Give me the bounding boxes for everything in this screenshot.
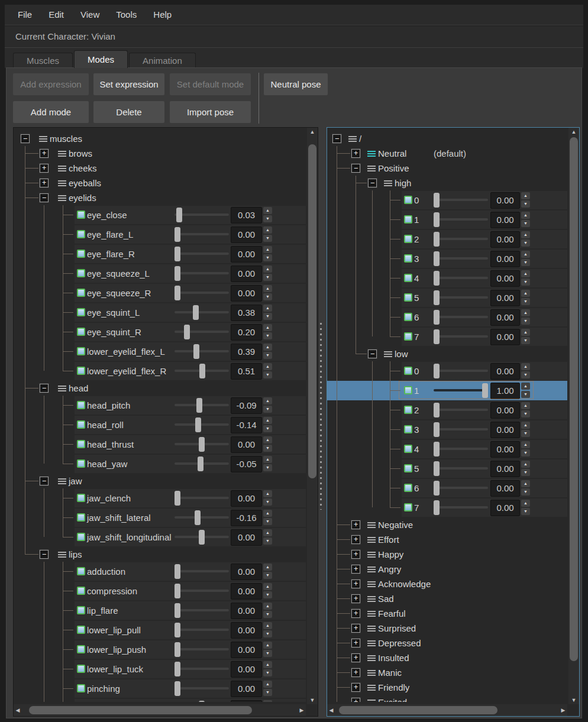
slider-handle[interactable] (434, 442, 440, 456)
muscle-checkbox[interactable] (77, 401, 85, 409)
spin-down-icon[interactable]: ▼ (263, 293, 272, 300)
item-handle-icon[interactable] (58, 180, 66, 186)
item-handle-icon[interactable] (367, 522, 376, 528)
muscle-checkbox[interactable] (77, 626, 85, 634)
item-handle-icon[interactable] (367, 552, 376, 558)
tree-value-row[interactable]: compression0.00▲▼ (14, 581, 306, 601)
tree-value-row[interactable]: adduction0.00▲▼ (14, 562, 306, 581)
value-slider[interactable] (434, 481, 488, 496)
muscle-checkbox[interactable] (404, 254, 412, 263)
tree-value-row[interactable]: 00.00▲▼ (327, 361, 567, 381)
muscle-checkbox[interactable] (77, 587, 85, 595)
value-slider[interactable] (175, 456, 229, 471)
spin-down-icon[interactable]: ▼ (263, 518, 272, 525)
slider-handle[interactable] (198, 456, 203, 471)
spin-down-icon[interactable]: ▼ (263, 669, 272, 676)
item-handle-icon[interactable] (367, 537, 376, 543)
item-handle-icon[interactable] (39, 136, 47, 142)
value-slider[interactable] (434, 403, 488, 417)
value-slider[interactable] (175, 398, 229, 413)
value-spinbox[interactable]: 0.00 (490, 329, 520, 345)
tree-value-row[interactable]: head_roll-0.14▲▼ (14, 415, 306, 435)
value-slider[interactable] (175, 701, 229, 702)
value-slider[interactable] (175, 584, 229, 598)
value-spinbox[interactable]: 0.00 (231, 246, 262, 263)
tree-value-row[interactable]: eye_squint_R0.20▲▼ (14, 322, 306, 342)
spin-up-icon[interactable]: ▲ (263, 642, 272, 649)
tree-group-row[interactable]: +Fearful (327, 606, 567, 621)
value-spinbox[interactable]: 0.03 (231, 207, 262, 224)
delete-button[interactable]: Delete (93, 101, 164, 123)
value-spinbox[interactable]: 0.00 (490, 402, 520, 419)
slider-handle[interactable] (434, 461, 440, 476)
slider-handle[interactable] (175, 623, 180, 637)
muscle-checkbox[interactable] (404, 235, 412, 243)
slider-handle[interactable] (196, 398, 202, 413)
item-handle-icon[interactable] (367, 611, 376, 617)
tree-value-row[interactable]: 20.00▲▼ (327, 229, 567, 249)
item-handle-icon[interactable] (367, 596, 376, 602)
value-slider[interactable] (175, 681, 229, 696)
value-spinbox[interactable]: 0.00 (231, 642, 262, 658)
spin-up-icon[interactable]: ▲ (263, 397, 272, 404)
item-handle-icon[interactable] (58, 552, 66, 558)
spin-up-icon[interactable]: ▲ (521, 251, 530, 258)
menu-edit[interactable]: Edit (40, 5, 72, 24)
collapse-icon[interactable]: − (40, 384, 49, 393)
value-spinbox[interactable]: 0.00 (490, 231, 520, 248)
expand-icon[interactable]: + (40, 164, 49, 173)
value-slider[interactable] (175, 247, 229, 261)
tree-value-row[interactable]: eye_flare_L0.00▲▼ (14, 225, 306, 244)
muscle-checkbox[interactable] (404, 425, 412, 433)
value-spinbox[interactable]: 0.00 (231, 661, 262, 678)
value-spinbox[interactable]: 0.00 (490, 500, 520, 516)
expand-icon[interactable]: + (351, 698, 360, 702)
tree-value-row[interactable]: 10.00▲▼ (327, 210, 567, 229)
muscle-checkbox[interactable] (77, 567, 85, 575)
vertical-scroll-thumb[interactable] (308, 144, 316, 478)
muscle-checkbox[interactable] (404, 274, 412, 282)
item-handle-icon[interactable] (367, 166, 376, 171)
tree-group-row[interactable]: −head (14, 381, 306, 396)
tree-group-row[interactable]: +Happy (327, 547, 567, 562)
slider-handle[interactable] (199, 364, 205, 378)
expand-icon[interactable]: + (351, 550, 360, 559)
expand-icon[interactable]: + (351, 579, 360, 588)
value-spinbox[interactable]: 0.00 (490, 461, 520, 477)
expand-icon[interactable]: + (40, 149, 49, 158)
slider-handle[interactable] (176, 208, 182, 222)
spin-up-icon[interactable]: ▲ (521, 480, 530, 487)
value-spinbox[interactable]: 0.00 (490, 290, 520, 306)
muscle-checkbox[interactable] (77, 684, 85, 692)
spin-down-icon[interactable]: ▼ (263, 352, 272, 359)
value-slider[interactable] (175, 642, 229, 657)
value-spinbox[interactable]: 0.00 (231, 681, 262, 697)
muscle-checkbox[interactable] (77, 645, 85, 653)
muscle-checkbox[interactable] (77, 459, 85, 468)
slider-handle[interactable] (434, 329, 440, 344)
tree-value-row[interactable]: eye_squeeze_R0.00▲▼ (14, 283, 306, 303)
neutral-pose-button[interactable]: Neutral pose (264, 73, 328, 95)
spin-down-icon[interactable]: ▼ (263, 650, 272, 657)
expand-icon[interactable]: + (351, 624, 360, 633)
item-handle-icon[interactable] (58, 478, 66, 484)
spin-down-icon[interactable]: ▼ (521, 318, 530, 325)
spin-down-icon[interactable]: ▼ (521, 371, 530, 378)
value-slider[interactable] (434, 442, 488, 456)
value-spinbox[interactable]: 0.00 (231, 603, 262, 619)
collapse-icon[interactable]: − (368, 349, 377, 358)
value-slider[interactable] (434, 364, 488, 378)
add-expression-button[interactable]: Add expression (13, 73, 89, 95)
spin-up-icon[interactable]: ▲ (263, 363, 272, 370)
spin-up-icon[interactable]: ▲ (521, 500, 530, 507)
muscle-checkbox[interactable] (404, 196, 412, 204)
tree-group-row[interactable]: +Manic (327, 665, 567, 680)
value-spinbox[interactable]: 0.00 (490, 270, 520, 287)
slider-handle[interactable] (434, 232, 440, 247)
slider-handle[interactable] (175, 286, 180, 300)
slider-handle[interactable] (434, 500, 440, 515)
collapse-icon[interactable]: − (21, 134, 30, 143)
expand-icon[interactable]: + (40, 179, 49, 187)
muscle-checkbox[interactable] (77, 494, 85, 502)
tree-value-row[interactable]: eye_flare_R0.00▲▼ (14, 244, 306, 264)
